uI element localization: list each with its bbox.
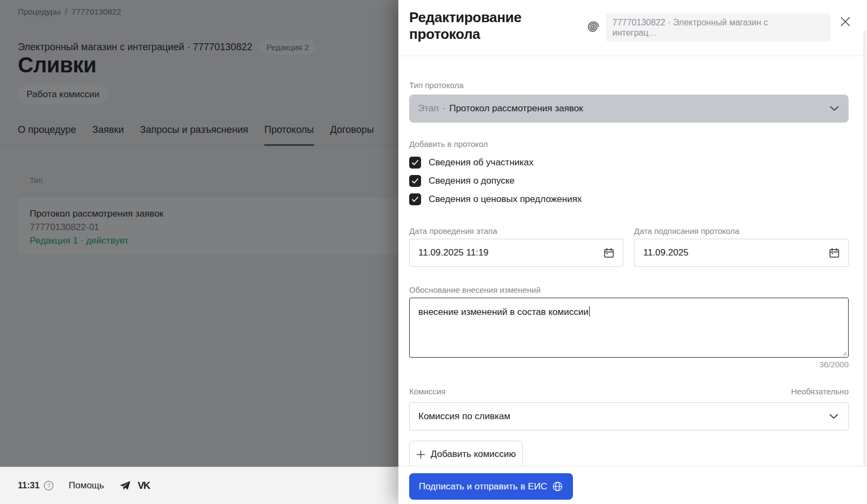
calendar-icon[interactable] [828,247,841,259]
spiral-icon [586,19,601,35]
checkbox-checked-icon[interactable] [409,157,421,169]
checkbox-admission-label: Сведения о допуске [429,176,515,186]
stage-date-label: Дата проведения этапа [409,226,497,236]
protocol-type-select[interactable]: Этап · Протокол рассмотрения заявок [409,95,849,123]
clock: 11:31 [18,481,39,490]
commission-select[interactable]: Комиссия по сливкам [409,402,849,431]
svg-text:?: ? [47,482,50,489]
signing-date-input[interactable]: 11.09.2025 [634,239,849,267]
checkbox-admission[interactable]: Сведения о допуске [409,174,515,187]
checkbox-checked-icon[interactable] [409,175,421,187]
globe-icon [552,481,563,492]
submit-to-eis-button[interactable]: Подписать и отправить в ЕИС [409,473,573,500]
edit-protocol-panel: Редактирование протокола 77770130822 · Э… [398,0,867,504]
signing-date-value: 11.09.2025 [643,247,689,258]
stage-date-input[interactable]: 11.09.2025 11:19 [409,239,623,267]
commission-label: Комиссия [409,387,445,396]
procedure-context-chip: 77770130822 · Электронный магазин с инте… [606,14,831,42]
protocol-type-value: Протокол рассмотрения заявок [449,103,583,114]
calendar-icon[interactable] [603,247,615,259]
text-caret [589,306,590,317]
chevron-down-icon [830,106,839,111]
help-circle-icon[interactable]: ? [43,480,54,491]
checkbox-participants[interactable]: Сведения об участниках [409,156,533,169]
close-icon[interactable] [837,14,853,30]
signing-date-label: Дата подписания протокола [634,226,739,236]
add-commission-label: Добавить комиссию [431,449,516,460]
justification-textarea[interactable]: внесение изменений в состав комиссии [409,298,849,358]
commission-value: Комиссия по сливкам [418,411,510,422]
checkbox-participants-label: Сведения об участниках [429,157,533,168]
vk-icon[interactable]: VK [138,480,150,492]
optional-hint: Необязательно [791,387,849,396]
checkbox-checked-icon[interactable] [409,193,421,205]
panel-scrollbar[interactable] [863,30,866,466]
add-to-protocol-label: Добавить в протокол [409,139,488,149]
context-chip-line1: 77770130822 · Электронный магазин с [612,17,824,28]
resize-handle-icon[interactable] [842,351,847,356]
protocol-type-prefix: Этап [418,103,438,114]
checkbox-price-offers-label: Сведения о ценовых предложениях [429,194,582,205]
checkbox-price-offers[interactable]: Сведения о ценовых предложениях [409,193,582,206]
protocol-type-label: Тип протокола [409,80,464,90]
chevron-down-icon [829,414,838,419]
submit-to-eis-label: Подписать и отправить в ЕИС [419,481,548,492]
justification-value: внесение изменений в состав комиссии [418,307,589,317]
justification-label: Обоснование внесения изменений [409,285,541,294]
telegram-icon[interactable] [119,481,131,491]
plus-icon [416,450,425,459]
add-commission-button[interactable]: Добавить комиссию [409,441,523,468]
protocol-type-separator: · [442,103,445,114]
panel-title: Редактирование протокола [409,9,544,43]
stage-date-value: 11.09.2025 11:19 [418,247,489,258]
context-chip-line2: интеграц… [612,28,824,38]
panel-footer: Подписать и отправить в ЕИС [398,466,867,504]
panel-header-divider [398,56,867,56]
char-counter: 36/2000 [819,360,849,369]
help-link[interactable]: Помощь [69,480,104,491]
